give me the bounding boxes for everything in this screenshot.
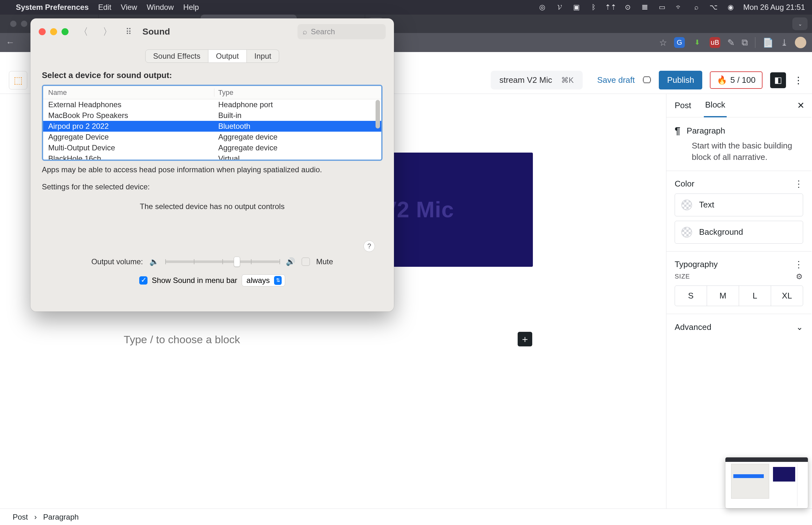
editor-breadcrumb: Post › Paragraph [0, 509, 812, 525]
preview-icon[interactable]: 🖵 [642, 75, 651, 85]
scrollbar-thumb[interactable] [376, 100, 380, 129]
airdrop-icon[interactable]: ⇡⇡ [606, 3, 615, 12]
device-type: Headphone port [214, 100, 273, 109]
help-button[interactable]: ? [363, 240, 375, 252]
save-draft-button[interactable]: Save draft [597, 75, 635, 85]
sound-segmented-control: Sound Effects Output Input [30, 49, 394, 63]
menubar-v-icon[interactable]: 𝓥 [555, 3, 563, 12]
switch-icon[interactable]: ⌥ [709, 3, 718, 12]
menu-window[interactable]: Window [147, 3, 174, 12]
paragraph-heading: Paragraph [687, 126, 725, 136]
publish-button[interactable]: Publish [659, 71, 702, 89]
menubar-display-icon[interactable]: ▣ [572, 3, 581, 12]
size-m-button[interactable]: M [707, 286, 739, 306]
typography-section: Typography ⋮ SIZE ⚙ S M L XL [666, 252, 811, 314]
syspref-titlebar[interactable]: 〈 〉 ⠿ Sound ⌕ Search [30, 18, 394, 45]
volume-max-icon: 🔊 [286, 257, 295, 266]
table-row[interactable]: Airpod pro 2 2022Bluetooth [43, 121, 381, 132]
siri-icon[interactable]: ◉ [726, 3, 735, 12]
wp-settings-sidebar: Post Block ✕ ¶ Paragraph Start with the … [666, 94, 811, 509]
device-name: External Headphones [43, 100, 214, 109]
play-icon[interactable]: ⊙ [623, 3, 632, 12]
menubar-status-icon[interactable]: ◎ [538, 3, 546, 12]
extension-icon[interactable]: ✎ [727, 38, 735, 48]
volume-slider[interactable] [165, 260, 280, 263]
table-row[interactable]: MacBook Pro SpeakersBuilt-in [43, 110, 381, 121]
col-type[interactable]: Type [214, 89, 234, 97]
menubar-clock[interactable]: Mon 26 Aug 21:51 [743, 3, 805, 12]
menubar-app-name[interactable]: System Preferences [16, 3, 89, 12]
wifi-icon[interactable]: ᯤ [675, 3, 683, 12]
table-row[interactable]: Aggregate DeviceAggregate device [43, 132, 381, 142]
battery-icon[interactable]: ▭ [658, 3, 666, 12]
breadcrumb-item[interactable]: Paragraph [43, 513, 79, 522]
show-in-menubar-checkbox[interactable] [139, 276, 148, 285]
settings-panel-toggle[interactable]: ◧ [770, 72, 786, 88]
select-arrows-icon: ⇅ [274, 276, 282, 285]
back-button[interactable]: ← [6, 38, 15, 48]
extension-icon[interactable]: G [674, 37, 685, 48]
device-type: Built-in [214, 111, 241, 120]
add-block-button[interactable]: ＋ [518, 332, 532, 346]
flame-icon: 🔥 [717, 75, 727, 85]
download-arrow-icon[interactable]: ⬇ [692, 37, 703, 48]
macos-menubar: System Preferences Edit View Window Help… [0, 0, 812, 15]
site-logo-icon[interactable]: ⬚ [9, 71, 27, 89]
bookmark-star-icon[interactable]: ☆ [659, 38, 667, 48]
downloads-icon[interactable]: ⤓ [781, 38, 788, 48]
mute-checkbox[interactable] [302, 258, 310, 266]
breadcrumb-item[interactable]: Post [13, 513, 28, 522]
text-color-row[interactable]: Text [675, 194, 803, 216]
extensions-puzzle-icon[interactable]: ⧉ [741, 38, 748, 48]
menu-view[interactable]: View [121, 3, 137, 12]
menu-edit[interactable]: Edit [98, 3, 111, 12]
profile-avatar[interactable] [795, 37, 806, 48]
table-row[interactable]: BlackHole 16chVirtual [43, 153, 381, 161]
block-placeholder[interactable]: Type / to choose a block [124, 333, 240, 346]
chevron-right-icon: › [34, 513, 37, 522]
ublock-icon[interactable]: uB [709, 37, 720, 48]
color-options-icon[interactable]: ⋮ [794, 179, 803, 189]
pip-thumbnail[interactable] [725, 457, 808, 509]
forward-icon[interactable]: 〉 [98, 25, 117, 39]
show-all-icon[interactable]: ⠿ [122, 27, 135, 37]
menu-help[interactable]: Help [183, 3, 199, 12]
size-s-button[interactable]: S [675, 286, 707, 306]
tab-overflow-button[interactable]: ⌄ [792, 17, 808, 30]
close-sidebar-icon[interactable]: ✕ [797, 100, 805, 111]
menubar-visibility-select[interactable]: always ⇅ [242, 274, 285, 286]
bluetooth-icon[interactable]: ᛒ [589, 3, 598, 12]
search-field[interactable]: ⌕ Search [298, 24, 386, 39]
table-row[interactable]: External HeadphonesHeadphone port [43, 99, 381, 110]
back-icon[interactable]: 〈 [74, 25, 93, 39]
device-type: Aggregate device [214, 144, 277, 152]
col-name[interactable]: Name [43, 89, 214, 97]
advanced-section[interactable]: Advanced ⌄ [666, 314, 811, 340]
reading-list-icon[interactable]: 📄 [763, 38, 773, 48]
search-icon: ⌕ [303, 27, 307, 36]
advanced-label: Advanced [675, 322, 711, 332]
yoast-score-badge[interactable]: 🔥5 / 100 [710, 71, 763, 89]
spatial-audio-note: Apps may be able to access head pose inf… [42, 165, 382, 174]
segment-input[interactable]: Input [247, 49, 279, 63]
size-l-button[interactable]: L [739, 286, 771, 306]
segment-output[interactable]: Output [208, 49, 247, 63]
device-name: BlackHole 16ch [43, 154, 214, 161]
size-xl-button[interactable]: XL [771, 286, 803, 306]
more-options-icon[interactable]: ⋮ [794, 75, 803, 86]
typography-options-icon[interactable]: ⋮ [794, 259, 803, 270]
segment-sound-effects[interactable]: Sound Effects [145, 49, 208, 63]
output-device-table[interactable]: Name Type External HeadphonesHeadphone p… [42, 85, 382, 161]
tab-post[interactable]: Post [673, 94, 692, 117]
document-title-pill[interactable]: stream V2 Mic ⌘K [491, 71, 583, 89]
spotlight-icon[interactable]: ⌕ [692, 3, 701, 12]
slider-knob[interactable] [234, 257, 240, 267]
background-color-row[interactable]: Background [675, 221, 803, 244]
control-center-icon[interactable]: 𝌆 [641, 3, 649, 12]
window-traffic-lights[interactable] [39, 28, 69, 35]
device-name: Airpod pro 2 2022 [43, 122, 214, 131]
output-volume-row: Output volume: 🔈 🔊 Mute [30, 257, 394, 266]
table-row[interactable]: Multi-Output DeviceAggregate device [43, 142, 381, 153]
size-settings-icon[interactable]: ⚙ [796, 272, 803, 281]
tab-block[interactable]: Block [704, 94, 727, 117]
